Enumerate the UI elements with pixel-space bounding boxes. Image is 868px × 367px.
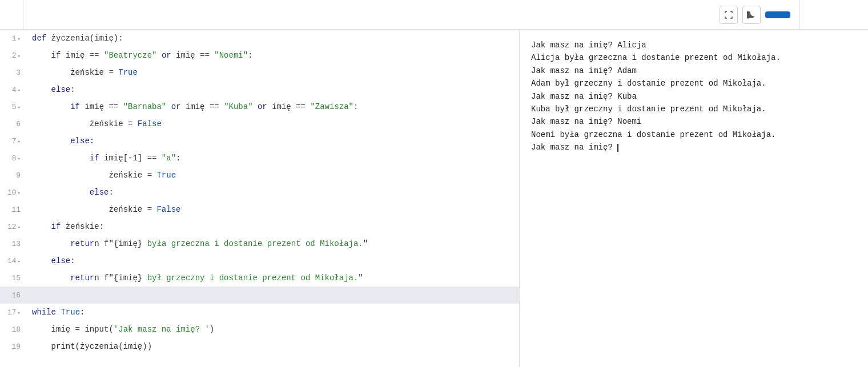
- keyword: if: [51, 222, 61, 231]
- code-content: if imię == "Barnaba" or imię == "Kuba" o…: [27, 98, 519, 115]
- fold-arrow: ▾: [18, 139, 21, 145]
- code-line: 9 żeńskie = True: [0, 167, 519, 184]
- code-text: ": [363, 239, 368, 248]
- editor-pane[interactable]: 1▾def życzenia(imię):2▾ if imię == "Beat…: [0, 30, 520, 367]
- line-number: 6: [0, 115, 27, 132]
- code-text: imię ==: [267, 102, 311, 111]
- line-number: 16: [0, 287, 27, 304]
- code-content: else:: [27, 252, 519, 269]
- boolean-literal: False: [138, 119, 162, 128]
- code-line: 7▾ else:: [0, 132, 519, 150]
- code-text: {imię}: [114, 273, 142, 283]
- run-button[interactable]: [765, 11, 790, 18]
- code-text: [32, 222, 51, 231]
- code-text: [166, 102, 171, 111]
- line-number: 2▾: [0, 47, 27, 64]
- string-literal: "Beatrycze": [104, 51, 156, 60]
- string-literal: 'Jak masz na imię? ': [114, 325, 210, 334]
- code-content: return f"{imię} była grzeczna i dostanie…: [27, 235, 519, 252]
- code-content: żeńskie = True: [27, 167, 519, 184]
- code-line: 4▾ else:: [0, 81, 519, 98]
- code-text: f": [99, 239, 114, 248]
- code-text: imię ==: [61, 51, 104, 60]
- line-number: 5▾: [0, 98, 27, 115]
- code-content: while True:: [27, 304, 519, 321]
- code-text: imię ==: [80, 102, 123, 111]
- code-text: :: [108, 188, 113, 197]
- keyword: def: [32, 34, 46, 43]
- string-literal: była grzeczna i dostanie prezent od Miko…: [142, 239, 363, 248]
- code-content: if imię[-1] == "a":: [27, 150, 519, 167]
- code-table: 1▾def życzenia(imię):2▾ if imię == "Beat…: [0, 30, 519, 355]
- code-text: [32, 256, 51, 265]
- code-line: 10▾ else:: [0, 184, 519, 201]
- shell-line: Alicja była grzeczna i dostanie prezent …: [531, 51, 857, 64]
- code-text: imię ==: [181, 102, 224, 111]
- code-text: [32, 51, 51, 60]
- line-number: 11: [0, 201, 27, 218]
- code-content: if żeńskie:: [27, 218, 519, 235]
- keyword: return: [70, 273, 99, 283]
- code-text: :: [70, 85, 75, 94]
- line-number: 14▾: [0, 252, 27, 269]
- code-text: żeńskie =: [32, 68, 118, 77]
- code-text: f": [99, 273, 114, 283]
- fold-arrow: ▾: [18, 310, 21, 316]
- code-line: 5▾ if imię == "Barnaba" or imię == "Kuba…: [0, 98, 519, 115]
- line-number: 8▾: [0, 150, 27, 167]
- code-text: :: [248, 51, 252, 60]
- code-text: ): [210, 325, 214, 334]
- code-line: 1▾def życzenia(imię):: [0, 30, 519, 47]
- code-line: 16: [0, 287, 519, 304]
- code-text: {imię}: [114, 239, 142, 248]
- code-text: [32, 102, 70, 111]
- string-literal: był grzeczny i dostanie prezent od Mikoł…: [142, 273, 358, 283]
- code-text: żeńskie =: [32, 119, 138, 128]
- shell-line: Noemi była grzeczna i dostanie prezent o…: [531, 128, 857, 141]
- keyword: else: [70, 136, 90, 146]
- code-content: [27, 287, 519, 304]
- code-line: 19 print(życzenia(imię)): [0, 338, 519, 355]
- keyword: or: [162, 51, 171, 60]
- keyword: else: [51, 256, 71, 265]
- shell-line: Jak masz na imię? Alicja: [531, 39, 857, 51]
- code-text: życzenia(imię):: [46, 34, 123, 43]
- code-line: 15 return f"{imię} był grzeczny i dostan…: [0, 269, 519, 287]
- shell-pane[interactable]: Jak masz na imię? AlicjaAlicja była grze…: [520, 30, 868, 367]
- line-number: 15: [0, 269, 27, 287]
- code-content: return f"{imię} był grzeczny i dostanie …: [27, 269, 519, 287]
- main-content: 1▾def życzenia(imię):2▾ if imię == "Beat…: [0, 30, 868, 367]
- shell-line: Kuba był grzeczny i dostanie prezent od …: [531, 103, 857, 115]
- code-text: [32, 188, 90, 197]
- shell-line: Jak masz na imię?: [531, 141, 857, 154]
- code-line: 8▾ if imię[-1] == "a":: [0, 150, 519, 167]
- line-number: 10▾: [0, 184, 27, 201]
- string-literal: "Zawisza": [310, 102, 353, 111]
- editor-tab[interactable]: [0, 0, 23, 29]
- code-text: imię[-1] ==: [99, 154, 162, 163]
- code-line: 12▾ if żeńskie:: [0, 218, 519, 235]
- code-text: żeńskie =: [32, 171, 156, 180]
- line-number: 4▾: [0, 81, 27, 98]
- string-literal: "Barnaba": [123, 102, 167, 111]
- code-line: 11 żeńskie = False: [0, 201, 519, 218]
- code-content: else:: [27, 81, 519, 98]
- shell-line: Adam był grzeczny i dostanie prezent od …: [531, 77, 857, 90]
- code-line: 13 return f"{imię} była grzeczna i dosta…: [0, 235, 519, 252]
- shell-tab[interactable]: [799, 0, 868, 29]
- code-line: 2▾ if imię == "Beatrycze" or imię == "No…: [0, 47, 519, 64]
- fold-arrow: ▾: [18, 191, 21, 196]
- shell-line: Jak masz na imię? Kuba: [531, 90, 857, 103]
- code-content: imię = input('Jak masz na imię? '): [27, 321, 519, 338]
- string-literal: "Noemi": [214, 51, 248, 60]
- code-text: ": [358, 273, 363, 283]
- line-number: 17▾: [0, 304, 27, 321]
- dark-mode-button[interactable]: [742, 6, 761, 24]
- code-text: żeńskie =: [32, 205, 156, 214]
- fullscreen-button[interactable]: [720, 6, 738, 24]
- line-number: 1▾: [0, 30, 27, 47]
- boolean-literal: False: [156, 205, 180, 214]
- code-text: imię ==: [171, 51, 215, 60]
- fold-arrow: ▾: [18, 54, 21, 59]
- keyword: or: [258, 102, 267, 111]
